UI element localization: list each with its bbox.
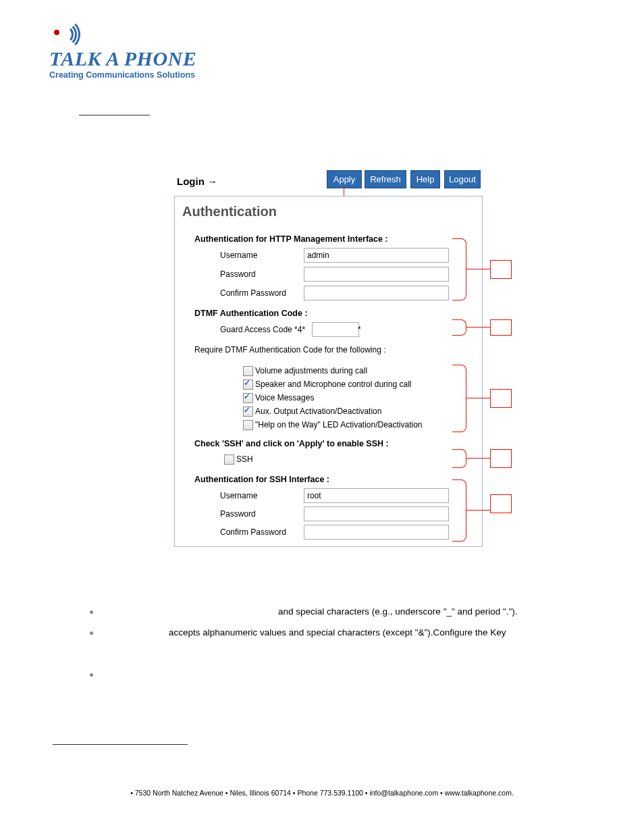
callout-line (466, 398, 490, 398)
callout-box-checks (490, 389, 512, 408)
apply-button[interactable]: Apply (327, 170, 362, 188)
callout-box-dtmf (490, 319, 512, 336)
callout-bracket-checks (452, 365, 466, 432)
http-confirm-input[interactable] (304, 286, 449, 301)
chk-ssh-label: SSH (236, 454, 253, 464)
chk-help-led-label: "Help on the Way" LED Activation/Deactiv… (255, 420, 423, 429)
chk-volume-label: Volume adjustments during call (255, 366, 367, 375)
panel-title: Authentication (182, 204, 277, 219)
ssh-username-label: Username (220, 491, 257, 500)
ssh-confirm-input[interactable] (304, 525, 449, 540)
logo (51, 20, 83, 49)
login-breadcrumb: Login → (177, 176, 217, 187)
bullet-2-text: accepts alphanumeric values and special … (169, 627, 506, 637)
ssh-password-label: Password (220, 509, 256, 519)
guard-label: Guard Access Code *4* (220, 325, 305, 334)
callout-box-http (490, 260, 512, 279)
help-button[interactable]: Help (410, 170, 440, 188)
bullet-1-text: and special characters (e.g., underscore… (278, 606, 518, 617)
http-password-label: Password (220, 269, 256, 279)
refresh-button[interactable]: Refresh (365, 170, 406, 188)
guard-input[interactable] (312, 322, 359, 337)
http-heading: Authentication for HTTP Management Inter… (194, 234, 388, 244)
callout-line (466, 269, 490, 269)
rule-top (79, 115, 150, 115)
chk-speaker-mic-label: Speaker and Microphone control during ca… (255, 380, 411, 389)
require-dtmf-label: Require DTMF Authentication Code for the… (194, 345, 385, 355)
chk-aux-output[interactable] (243, 407, 253, 417)
bullet-icon (90, 631, 93, 635)
callout-bracket-sshauth (452, 479, 466, 542)
footer: • 7530 North Natchez Avenue • Niles, Ill… (0, 789, 644, 797)
callout-line (466, 458, 490, 459)
logout-button[interactable]: Logout (444, 170, 481, 188)
bullet-icon (90, 673, 93, 677)
callout-bracket-http (452, 238, 466, 301)
dtmf-heading: DTMF Authentication Code : (194, 309, 308, 318)
callout-bracket-dtmf (452, 319, 466, 336)
http-confirm-label: Confirm Password (220, 288, 286, 298)
chk-voice-messages-label: Voice Messages (255, 393, 314, 402)
logo-text: TALK A PHONE (49, 47, 196, 70)
chk-ssh[interactable] (224, 454, 234, 465)
ssh-username-input[interactable] (304, 488, 449, 503)
callout-box-sshauth (490, 494, 512, 513)
chk-volume[interactable] (243, 366, 253, 376)
callout-box-ssh (490, 449, 512, 468)
guard-suffix: * (358, 325, 361, 334)
http-username-input[interactable] (304, 248, 449, 263)
chk-aux-output-label: Aux. Output Activation/Deactivation (255, 407, 381, 416)
chk-speaker-mic[interactable] (243, 380, 253, 390)
ssh-confirm-label: Confirm Password (220, 527, 286, 537)
bullet-icon (90, 610, 93, 614)
logo-arc-icon (51, 20, 83, 49)
logo-tagline: Creating Communications Solutions (49, 70, 195, 80)
callout-line (466, 510, 490, 511)
http-password-input[interactable] (304, 267, 449, 282)
ssh-enable-heading: Check 'SSH' and click on 'Apply' to enab… (194, 439, 389, 448)
chk-voice-messages[interactable] (243, 393, 253, 403)
callout-bracket-ssh (452, 449, 466, 468)
ssh-password-input[interactable] (304, 506, 449, 521)
http-username-label: Username (220, 251, 257, 260)
chk-help-led[interactable] (243, 420, 253, 430)
ssh-auth-heading: Authentication for SSH Interface : (194, 475, 329, 484)
rule-bottom (53, 744, 188, 745)
callout-line (466, 327, 490, 328)
